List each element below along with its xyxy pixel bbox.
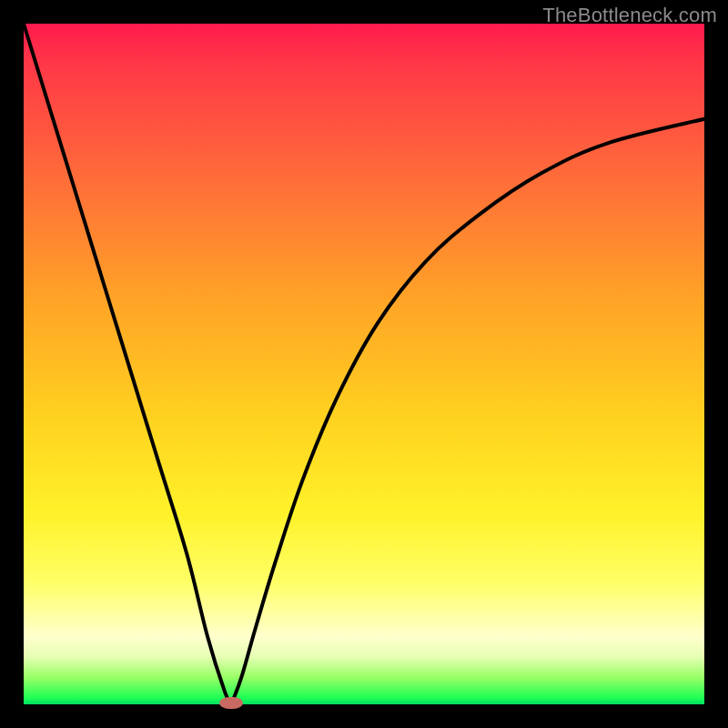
chart-frame: TheBottleneck.com (0, 0, 728, 728)
bottleneck-curve (24, 24, 704, 704)
curve-right-branch (231, 119, 704, 704)
minimum-marker (219, 697, 243, 709)
curve-left-branch (24, 24, 231, 704)
